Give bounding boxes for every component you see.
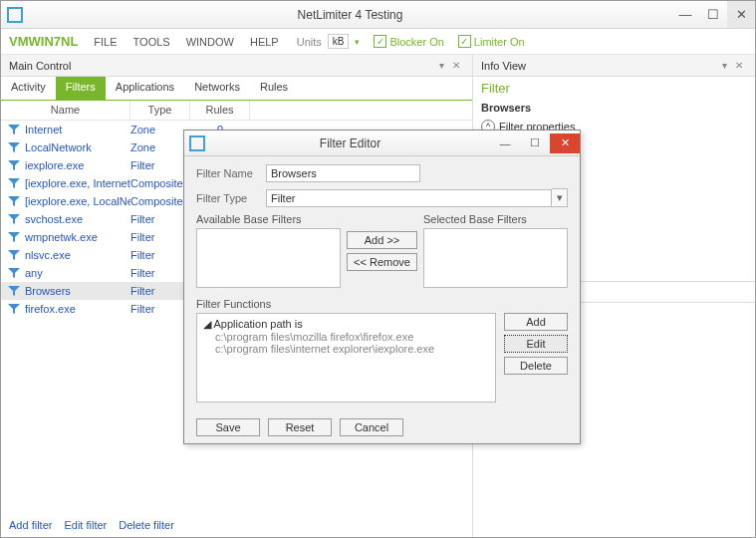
filter-functions-list[interactable]: ◢ Application path is c:\program files\m…: [196, 313, 496, 403]
check-icon: ✓: [458, 35, 471, 48]
blocker-label: Blocker On: [389, 36, 443, 48]
limiter-toggle[interactable]: ✓Limiter On: [458, 35, 525, 48]
window-title: NetLimiter 4 Testing: [29, 8, 671, 22]
funnel-icon: [7, 195, 21, 207]
selected-filters-label: Selected Base Filters: [423, 213, 568, 225]
row-type: Zone: [130, 141, 190, 153]
filter-type-label: Filter Type: [196, 192, 266, 204]
row-name: wmpnetwk.exe: [25, 231, 130, 243]
panel-close-icon[interactable]: ✕: [735, 60, 743, 71]
menu-tools[interactable]: TOOLS: [127, 36, 176, 48]
filter-functions-label: Filter Functions: [196, 298, 568, 310]
row-name: iexplore.exe: [25, 159, 130, 171]
minimize-button[interactable]: —: [671, 1, 699, 28]
row-name: firefox.exe: [25, 303, 130, 315]
app-icon: [7, 7, 23, 23]
function-path: c:\program files\internet explorer\iexpl…: [215, 343, 489, 355]
col-name[interactable]: Name: [1, 101, 130, 120]
edit-function-button[interactable]: Edit: [504, 335, 568, 353]
save-button[interactable]: Save: [196, 418, 260, 436]
add-function-button[interactable]: Add: [504, 313, 568, 331]
funnel-icon: [7, 249, 21, 261]
chevron-down-icon: ▾: [355, 37, 360, 47]
filter-name-label: Filter Name: [196, 167, 266, 179]
check-icon: ✓: [374, 35, 386, 48]
tab-bar: ActivityFiltersApplicationsNetworksRules: [1, 77, 472, 101]
dialog-maximize-button[interactable]: ☐: [520, 134, 550, 153]
cancel-button[interactable]: Cancel: [340, 418, 403, 436]
info-title: Filter: [473, 77, 755, 100]
menu-window[interactable]: WINDOW: [180, 36, 240, 48]
close-button[interactable]: ✕: [727, 1, 755, 28]
info-panel-title: Info View: [481, 60, 526, 72]
main-panel-header: Main Control▾✕: [1, 55, 472, 77]
menu-file[interactable]: FILE: [88, 36, 123, 48]
info-panel-header: Info View▾✕: [473, 55, 755, 77]
host-label[interactable]: VMWIN7NL: [9, 34, 78, 49]
function-path: c:\program files\mozilla firefox\firefox…: [215, 331, 489, 343]
funnel-icon: [7, 141, 21, 153]
row-type: Filter: [130, 303, 190, 315]
units-select[interactable]: kB: [328, 34, 350, 49]
row-type: Filter: [130, 231, 190, 243]
collapse-icon[interactable]: ◢: [203, 318, 211, 330]
main-titlebar: NetLimiter 4 Testing — ☐ ✕: [1, 1, 755, 29]
funnel-icon: [7, 267, 21, 279]
pin-icon[interactable]: ▾: [439, 60, 444, 71]
row-name: svchost.exe: [25, 213, 130, 225]
filter-editor-dialog: Filter Editor — ☐ ✕ Filter Name Filter T…: [183, 130, 581, 444]
row-type: Filter: [130, 285, 190, 297]
app-icon: [189, 135, 205, 151]
tab-rules[interactable]: Rules: [250, 77, 298, 100]
add-filter-link[interactable]: Add filter: [9, 519, 52, 531]
pin-icon[interactable]: ▾: [722, 60, 727, 71]
dialog-minimize-button[interactable]: —: [490, 134, 520, 153]
filter-name-input[interactable]: [266, 164, 420, 182]
tab-activity[interactable]: Activity: [1, 77, 56, 100]
dialog-title: Filter Editor: [210, 136, 490, 150]
row-type: Filter: [130, 213, 190, 225]
filter-type-select[interactable]: Filter: [266, 189, 552, 207]
remove-base-filter-button[interactable]: << Remove: [347, 253, 417, 271]
funnel-icon: [7, 285, 21, 297]
col-rules[interactable]: Rules: [190, 101, 250, 120]
chevron-down-icon[interactable]: ▾: [552, 188, 568, 207]
row-name: Browsers: [25, 285, 130, 297]
reset-button[interactable]: Reset: [268, 418, 332, 436]
maximize-button[interactable]: ☐: [699, 1, 727, 28]
main-panel-title: Main Control: [9, 60, 71, 72]
units-label: Units: [297, 36, 322, 48]
blocker-toggle[interactable]: ✓Blocker On: [374, 35, 443, 48]
row-name: Internet: [25, 124, 130, 135]
row-type: Composite: [130, 177, 190, 189]
menu-help[interactable]: HELP: [244, 36, 285, 48]
row-name: nlsvc.exe: [25, 249, 130, 261]
funnel-icon: [7, 231, 21, 243]
funnel-icon: [7, 177, 21, 189]
dialog-close-button[interactable]: ✕: [550, 134, 580, 153]
selected-filters-list[interactable]: [423, 228, 568, 288]
row-type: Composite: [130, 195, 190, 207]
tab-applications[interactable]: Applications: [106, 77, 184, 100]
funnel-icon: [7, 213, 21, 225]
col-type[interactable]: Type: [130, 101, 190, 120]
row-name: [iexplore.exe, Internet]: [25, 177, 130, 189]
add-base-filter-button[interactable]: Add >>: [347, 231, 417, 249]
row-name: any: [25, 267, 130, 279]
row-name: [iexplore.exe, LocalNet: [25, 195, 130, 207]
funnel-icon: [7, 303, 21, 315]
function-header: Application path is: [213, 318, 302, 330]
row-name: LocalNetwork: [25, 141, 130, 153]
menubar: VMWIN7NL FILE TOOLS WINDOW HELP Units kB…: [1, 29, 755, 55]
delete-function-button[interactable]: Delete: [504, 357, 568, 375]
tab-filters[interactable]: Filters: [56, 77, 106, 100]
limiter-label: Limiter On: [474, 36, 525, 48]
tab-networks[interactable]: Networks: [184, 77, 250, 100]
available-filters-list[interactable]: [196, 228, 341, 288]
row-type: Filter: [130, 267, 190, 279]
row-type: Zone: [130, 124, 190, 135]
funnel-icon: [7, 159, 21, 171]
edit-filter-link[interactable]: Edit filter: [64, 519, 107, 531]
delete-filter-link[interactable]: Delete filter: [119, 519, 174, 531]
panel-close-icon[interactable]: ✕: [452, 60, 460, 71]
